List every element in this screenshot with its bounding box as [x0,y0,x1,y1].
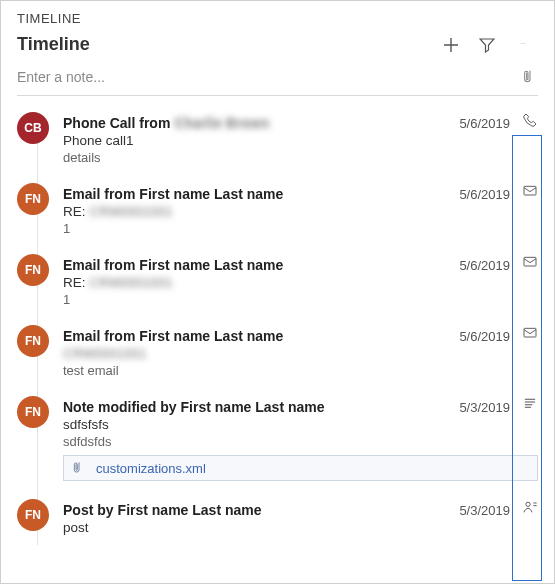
timeline-item[interactable]: FNEmail fromFirst name Last name5/6/2019… [1,175,554,246]
filter-icon [479,37,495,53]
item-title: Email fromFirst name Last name [63,257,453,273]
item-date: 5/3/2019 [459,400,510,415]
note-row [17,63,538,96]
timeline-item[interactable]: FNEmail fromFirst name Last name5/6/2019… [1,317,554,388]
item-title: Email fromFirst name Last name [63,186,453,202]
item-subject: post [63,520,538,535]
note-input[interactable] [17,67,522,87]
note-icon [522,396,538,412]
item-detail: details [63,150,538,165]
item-body: Email fromFirst name Last name5/6/2019CR… [49,323,538,378]
email-icon [522,254,538,270]
svg-rect-4 [524,257,536,266]
item-date: 5/6/2019 [459,258,510,273]
timeline-item[interactable]: FNNote modified byFirst name Last name5/… [1,388,554,491]
email-icon [522,183,538,199]
svg-point-2 [524,43,525,44]
page-title: Timeline [17,34,442,55]
avatar: FN [17,183,49,215]
attachment-icon[interactable] [522,68,538,86]
timeline-list: CBPhone Call fromCharlie Brown5/6/2019Ph… [1,96,554,545]
avatar: FN [17,325,49,357]
item-body: Email fromFirst name Last name5/6/2019RE… [49,181,538,236]
filter-button[interactable] [478,36,496,54]
item-subject: CRM0001001 [63,346,538,361]
svg-point-6 [526,502,530,506]
email-icon [522,325,538,341]
item-detail: 1 [63,292,538,307]
timeline-item[interactable]: FNPost byFirst name Last name5/3/2019pos… [1,491,554,545]
item-body: Note modified byFirst name Last name5/3/… [49,394,538,481]
header-actions [442,36,538,54]
phone-icon [522,112,538,128]
item-body: Email fromFirst name Last name5/6/2019RE… [49,252,538,307]
attachment-filename: customizations.xml [96,461,206,476]
item-subject: sdfsfsfs [63,417,538,432]
item-detail: sdfdsfds [63,434,538,449]
item-title: Post byFirst name Last name [63,502,453,518]
plus-icon [443,37,459,53]
timeline-item[interactable]: CBPhone Call fromCharlie Brown5/6/2019Ph… [1,104,554,175]
item-date: 5/6/2019 [459,116,510,131]
avatar: FN [17,254,49,286]
item-subject: Phone call1 [63,133,538,148]
item-body: Post byFirst name Last name5/3/2019post [49,497,538,535]
item-date: 5/6/2019 [459,187,510,202]
avatar: CB [17,112,49,144]
item-subject: RE: CRM0001001 [63,204,538,219]
svg-point-0 [521,43,522,44]
timeline-item[interactable]: FNEmail fromFirst name Last name5/6/2019… [1,246,554,317]
item-detail: 1 [63,221,538,236]
svg-rect-3 [524,186,536,195]
attachment-chip[interactable]: customizations.xml [63,455,538,481]
item-title: Note modified byFirst name Last name [63,399,453,415]
timeline-header: Timeline [1,28,554,63]
item-detail: test email [63,363,538,378]
add-button[interactable] [442,36,460,54]
item-date: 5/6/2019 [459,329,510,344]
avatar: FN [17,396,49,428]
item-subject: RE: CRM0001001 [63,275,538,290]
svg-rect-5 [524,328,536,337]
item-body: Phone Call fromCharlie Brown5/6/2019Phon… [49,110,538,165]
post-icon [522,499,538,515]
item-date: 5/3/2019 [459,503,510,518]
section-label: TIMELINE [1,1,554,28]
svg-point-1 [523,43,524,44]
item-title: Email fromFirst name Last name [63,328,453,344]
avatar: FN [17,499,49,531]
item-title: Phone Call fromCharlie Brown [63,115,453,131]
more-button[interactable] [514,36,532,54]
more-icon [515,43,531,47]
